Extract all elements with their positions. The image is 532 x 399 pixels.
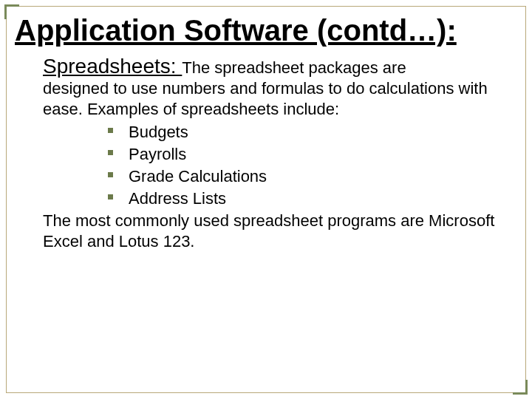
slide-body: Spreadsheets: The spreadsheet packages a…: [43, 55, 517, 253]
list-item: Address Lists: [108, 188, 517, 210]
list-item-label: Payrolls: [129, 145, 186, 163]
square-bullet-icon: [108, 172, 113, 177]
slide-content: Application Software (contd…): Spreadshe…: [15, 13, 517, 253]
corner-accent-bottom-right: [513, 380, 528, 395]
closing-text: The most commonly used spreadsheet progr…: [43, 211, 517, 252]
list-item: Budgets: [108, 121, 517, 143]
list-item-label: Grade Calculations: [129, 167, 267, 185]
subheading-spreadsheets: Spreadsheets:: [43, 55, 182, 78]
list-item-label: Budgets: [129, 123, 188, 141]
square-bullet-icon: [108, 194, 113, 200]
intro-text-rest: designed to use numbers and formulas to …: [43, 78, 517, 120]
examples-list: Budgets Payrolls Grade Calculations Addr…: [108, 121, 517, 209]
square-bullet-icon: [108, 128, 113, 133]
list-item: Payrolls: [108, 143, 517, 166]
slide-title: Application Software (contd…):: [15, 13, 517, 47]
list-item: Grade Calculations: [108, 166, 517, 188]
square-bullet-icon: [108, 150, 113, 155]
intro-text-inline: The spreadsheet packages are: [182, 58, 406, 77]
list-item-label: Address Lists: [129, 189, 226, 208]
